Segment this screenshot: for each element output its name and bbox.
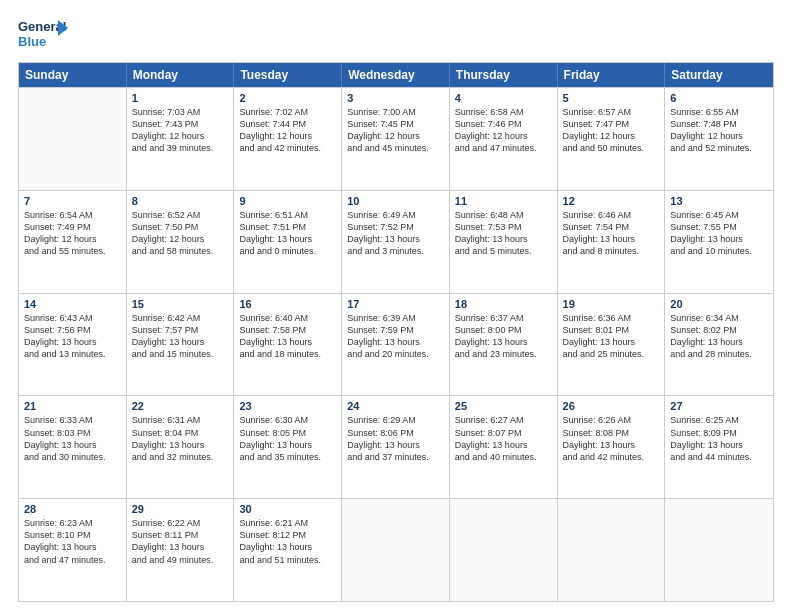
daylight-text-2: and and 0 minutes. [239, 245, 336, 257]
daylight-text-2: and and 30 minutes. [24, 451, 121, 463]
sunset-text: Sunset: 8:12 PM [239, 529, 336, 541]
day-number: 15 [132, 298, 229, 310]
day-number: 3 [347, 92, 444, 104]
calendar-cell: 8Sunrise: 6:52 AMSunset: 7:50 PMDaylight… [127, 191, 235, 293]
sunrise-text: Sunrise: 6:46 AM [563, 209, 660, 221]
calendar-cell [342, 499, 450, 601]
daylight-text-2: and and 55 minutes. [24, 245, 121, 257]
day-number: 1 [132, 92, 229, 104]
sunset-text: Sunset: 8:01 PM [563, 324, 660, 336]
calendar-cell: 4Sunrise: 6:58 AMSunset: 7:46 PMDaylight… [450, 88, 558, 190]
calendar-cell: 14Sunrise: 6:43 AMSunset: 7:56 PMDayligh… [19, 294, 127, 396]
sunrise-text: Sunrise: 6:23 AM [24, 517, 121, 529]
calendar-cell: 16Sunrise: 6:40 AMSunset: 7:58 PMDayligh… [234, 294, 342, 396]
day-number: 13 [670, 195, 768, 207]
calendar-cell: 9Sunrise: 6:51 AMSunset: 7:51 PMDaylight… [234, 191, 342, 293]
daylight-text-1: Daylight: 13 hours [24, 336, 121, 348]
daylight-text-2: and and 25 minutes. [563, 348, 660, 360]
daylight-text-2: and and 3 minutes. [347, 245, 444, 257]
sunrise-text: Sunrise: 6:25 AM [670, 414, 768, 426]
sunrise-text: Sunrise: 6:26 AM [563, 414, 660, 426]
day-number: 28 [24, 503, 121, 515]
day-number: 12 [563, 195, 660, 207]
calendar-cell: 18Sunrise: 6:37 AMSunset: 8:00 PMDayligh… [450, 294, 558, 396]
sunset-text: Sunset: 8:06 PM [347, 427, 444, 439]
calendar-cell: 7Sunrise: 6:54 AMSunset: 7:49 PMDaylight… [19, 191, 127, 293]
daylight-text-1: Daylight: 13 hours [239, 439, 336, 451]
day-number: 5 [563, 92, 660, 104]
daylight-text-1: Daylight: 13 hours [670, 336, 768, 348]
daylight-text-1: Daylight: 12 hours [347, 130, 444, 142]
calendar-body: 1Sunrise: 7:03 AMSunset: 7:43 PMDaylight… [19, 87, 773, 601]
sunrise-text: Sunrise: 7:03 AM [132, 106, 229, 118]
sunset-text: Sunset: 8:02 PM [670, 324, 768, 336]
sunset-text: Sunset: 7:57 PM [132, 324, 229, 336]
calendar-row-3: 14Sunrise: 6:43 AMSunset: 7:56 PMDayligh… [19, 293, 773, 396]
daylight-text-2: and and 49 minutes. [132, 554, 229, 566]
calendar-cell [450, 499, 558, 601]
daylight-text-1: Daylight: 12 hours [670, 130, 768, 142]
daylight-text-2: and and 42 minutes. [563, 451, 660, 463]
sunrise-text: Sunrise: 6:36 AM [563, 312, 660, 324]
day-number: 30 [239, 503, 336, 515]
daylight-text-1: Daylight: 13 hours [24, 541, 121, 553]
sunrise-text: Sunrise: 6:42 AM [132, 312, 229, 324]
daylight-text-2: and and 15 minutes. [132, 348, 229, 360]
sunset-text: Sunset: 8:10 PM [24, 529, 121, 541]
daylight-text-2: and and 35 minutes. [239, 451, 336, 463]
logo: GeneralBlue [18, 16, 70, 52]
daylight-text-2: and and 47 minutes. [24, 554, 121, 566]
calendar-row-1: 1Sunrise: 7:03 AMSunset: 7:43 PMDaylight… [19, 87, 773, 190]
calendar-cell [558, 499, 666, 601]
daylight-text-2: and and 10 minutes. [670, 245, 768, 257]
daylight-text-1: Daylight: 13 hours [239, 233, 336, 245]
sunrise-text: Sunrise: 6:31 AM [132, 414, 229, 426]
daylight-text-1: Daylight: 13 hours [132, 439, 229, 451]
header-day-sunday: Sunday [19, 63, 127, 87]
daylight-text-1: Daylight: 12 hours [24, 233, 121, 245]
calendar-cell: 29Sunrise: 6:22 AMSunset: 8:11 PMDayligh… [127, 499, 235, 601]
daylight-text-1: Daylight: 13 hours [455, 439, 552, 451]
daylight-text-2: and and 8 minutes. [563, 245, 660, 257]
daylight-text-2: and and 20 minutes. [347, 348, 444, 360]
calendar-cell: 6Sunrise: 6:55 AMSunset: 7:48 PMDaylight… [665, 88, 773, 190]
calendar-cell: 13Sunrise: 6:45 AMSunset: 7:55 PMDayligh… [665, 191, 773, 293]
sunrise-text: Sunrise: 6:52 AM [132, 209, 229, 221]
calendar-cell: 21Sunrise: 6:33 AMSunset: 8:03 PMDayligh… [19, 396, 127, 498]
daylight-text-1: Daylight: 13 hours [239, 336, 336, 348]
calendar-cell: 19Sunrise: 6:36 AMSunset: 8:01 PMDayligh… [558, 294, 666, 396]
sunrise-text: Sunrise: 6:57 AM [563, 106, 660, 118]
daylight-text-2: and and 51 minutes. [239, 554, 336, 566]
sunrise-text: Sunrise: 6:22 AM [132, 517, 229, 529]
day-number: 17 [347, 298, 444, 310]
daylight-text-2: and and 40 minutes. [455, 451, 552, 463]
daylight-text-2: and and 50 minutes. [563, 142, 660, 154]
daylight-text-2: and and 5 minutes. [455, 245, 552, 257]
header-day-tuesday: Tuesday [234, 63, 342, 87]
header-day-wednesday: Wednesday [342, 63, 450, 87]
calendar-cell: 3Sunrise: 7:00 AMSunset: 7:45 PMDaylight… [342, 88, 450, 190]
sunrise-text: Sunrise: 6:51 AM [239, 209, 336, 221]
daylight-text-1: Daylight: 12 hours [132, 233, 229, 245]
sunset-text: Sunset: 7:43 PM [132, 118, 229, 130]
calendar-row-4: 21Sunrise: 6:33 AMSunset: 8:03 PMDayligh… [19, 395, 773, 498]
calendar-cell: 24Sunrise: 6:29 AMSunset: 8:06 PMDayligh… [342, 396, 450, 498]
calendar-header: SundayMondayTuesdayWednesdayThursdayFrid… [19, 63, 773, 87]
day-number: 9 [239, 195, 336, 207]
daylight-text-1: Daylight: 13 hours [563, 439, 660, 451]
day-number: 29 [132, 503, 229, 515]
daylight-text-1: Daylight: 13 hours [563, 233, 660, 245]
sunrise-text: Sunrise: 6:39 AM [347, 312, 444, 324]
calendar-cell: 20Sunrise: 6:34 AMSunset: 8:02 PMDayligh… [665, 294, 773, 396]
sunset-text: Sunset: 8:07 PM [455, 427, 552, 439]
daylight-text-1: Daylight: 13 hours [455, 233, 552, 245]
calendar-cell: 30Sunrise: 6:21 AMSunset: 8:12 PMDayligh… [234, 499, 342, 601]
calendar-cell [665, 499, 773, 601]
day-number: 16 [239, 298, 336, 310]
sunrise-text: Sunrise: 6:54 AM [24, 209, 121, 221]
daylight-text-1: Daylight: 13 hours [347, 233, 444, 245]
daylight-text-1: Daylight: 13 hours [347, 439, 444, 451]
sunrise-text: Sunrise: 6:27 AM [455, 414, 552, 426]
day-number: 23 [239, 400, 336, 412]
calendar-cell: 2Sunrise: 7:02 AMSunset: 7:44 PMDaylight… [234, 88, 342, 190]
